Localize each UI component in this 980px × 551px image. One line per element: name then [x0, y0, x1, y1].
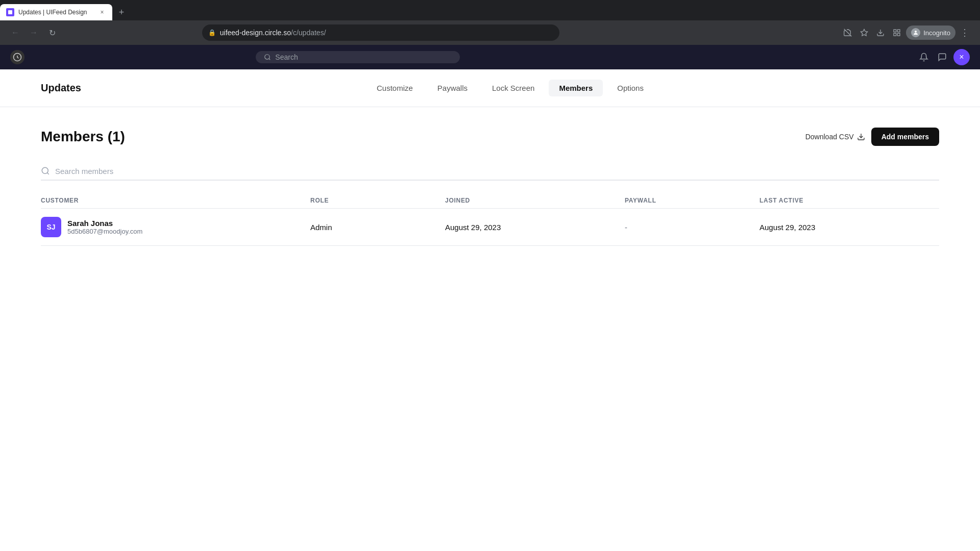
members-search-icon	[41, 166, 50, 176]
camera-off-icon[interactable]	[841, 26, 855, 40]
page-title: Members (1)	[41, 129, 125, 145]
tab-view-icon[interactable]	[890, 26, 904, 40]
app-search-bar[interactable]: Search	[256, 51, 460, 63]
member-name: Sarah Jonas	[67, 219, 142, 228]
table-header: CUSTOMER ROLE JOINED PAYWALL LAST ACTIVE	[41, 193, 939, 209]
browser-menu-button[interactable]: ⋮	[958, 26, 972, 40]
refresh-button[interactable]: ↻	[45, 26, 59, 40]
section-nav: Customize Paywalls Lock Screen Members O…	[366, 80, 654, 96]
member-email: 5d5b6807@moodjoy.com	[67, 228, 142, 235]
back-button[interactable]: ←	[8, 26, 22, 40]
svg-point-13	[42, 167, 48, 173]
member-last-active: August 29, 2023	[760, 223, 939, 232]
app-close-button[interactable]: ×	[953, 49, 970, 65]
add-members-button[interactable]: Add members	[871, 128, 939, 146]
svg-rect-5	[898, 30, 900, 32]
svg-rect-7	[894, 33, 896, 36]
member-details: Sarah Jonas 5d5b6807@moodjoy.com	[67, 219, 142, 235]
incognito-label: Incognito	[923, 29, 950, 37]
download-csv-icon	[857, 133, 865, 141]
nav-item-paywalls[interactable]: Paywalls	[427, 80, 478, 96]
svg-point-10	[265, 55, 270, 59]
members-table: CUSTOMER ROLE JOINED PAYWALL LAST ACTIVE…	[41, 193, 939, 246]
page-actions: Download CSV Add members	[805, 128, 939, 146]
forward-button[interactable]: →	[27, 26, 41, 40]
bookmark-icon[interactable]	[857, 26, 871, 40]
svg-rect-4	[894, 30, 896, 32]
nav-item-customize[interactable]: Customize	[366, 80, 423, 96]
nav-item-lockscreen[interactable]: Lock Screen	[482, 80, 545, 96]
address-bar[interactable]: 🔒 uifeed-design.circle.so/c/updates/	[202, 24, 559, 41]
tab-bar: Updates | UIFeed Design × +	[0, 0, 980, 20]
tab-title: Updates | UIFeed Design	[18, 9, 94, 16]
nav-item-members[interactable]: Members	[549, 80, 603, 96]
table-header-customer: CUSTOMER	[41, 197, 310, 204]
browser-nav-actions: Incognito ⋮	[841, 26, 972, 40]
download-csv-button[interactable]: Download CSV	[805, 133, 865, 141]
member-joined: August 29, 2023	[445, 223, 625, 232]
browser-tab-active[interactable]: Updates | UIFeed Design ×	[0, 4, 112, 20]
download-icon[interactable]	[873, 26, 888, 40]
svg-point-8	[915, 31, 917, 33]
svg-line-11	[269, 59, 271, 60]
page-title-row: Members (1) Download CSV Add members	[41, 128, 939, 146]
table-header-last-active: LAST ACTIVE	[760, 197, 939, 204]
svg-line-14	[47, 172, 48, 174]
table-header-joined: JOINED	[445, 197, 625, 204]
nav-bar: ← → ↻ 🔒 uifeed-design.circle.so/c/update…	[0, 20, 980, 45]
nav-item-options[interactable]: Options	[607, 80, 654, 96]
app-search-placeholder: Search	[275, 53, 298, 61]
search-icon	[264, 54, 271, 61]
member-paywall: -	[625, 223, 760, 232]
app-logo	[10, 50, 24, 64]
svg-rect-0	[8, 10, 12, 14]
messages-icon[interactable]	[935, 50, 949, 64]
page-content: Members (1) Download CSV Add members CUS…	[0, 107, 980, 266]
table-header-paywall: PAYWALL	[625, 197, 760, 204]
new-tab-button[interactable]: +	[114, 5, 129, 19]
svg-marker-2	[861, 29, 868, 36]
members-search-bar	[41, 162, 939, 181]
incognito-icon	[911, 28, 920, 37]
notifications-icon[interactable]	[917, 50, 931, 64]
address-url: uifeed-design.circle.so/c/updates/	[220, 29, 553, 37]
section-header: Updates Customize Paywalls Lock Screen M…	[0, 69, 980, 107]
table-header-role: ROLE	[310, 197, 445, 204]
avatar: SJ	[41, 217, 61, 237]
tab-close-button[interactable]: ×	[98, 8, 106, 16]
app-header: Search ×	[0, 45, 980, 69]
svg-rect-6	[898, 33, 900, 36]
incognito-button[interactable]: Incognito	[906, 26, 955, 40]
member-role: Admin	[310, 223, 445, 232]
section-title: Updates	[41, 82, 81, 94]
tab-favicon	[6, 8, 14, 16]
members-search-input[interactable]	[55, 167, 939, 176]
browser-chrome: Updates | UIFeed Design × + ← → ↻ 🔒 uife…	[0, 0, 980, 45]
security-lock-icon: 🔒	[208, 29, 216, 36]
main-content: Updates Customize Paywalls Lock Screen M…	[0, 69, 980, 551]
table-row[interactable]: SJ Sarah Jonas 5d5b6807@moodjoy.com Admi…	[41, 209, 939, 246]
app-header-icons: ×	[917, 49, 970, 65]
member-info: SJ Sarah Jonas 5d5b6807@moodjoy.com	[41, 217, 310, 237]
